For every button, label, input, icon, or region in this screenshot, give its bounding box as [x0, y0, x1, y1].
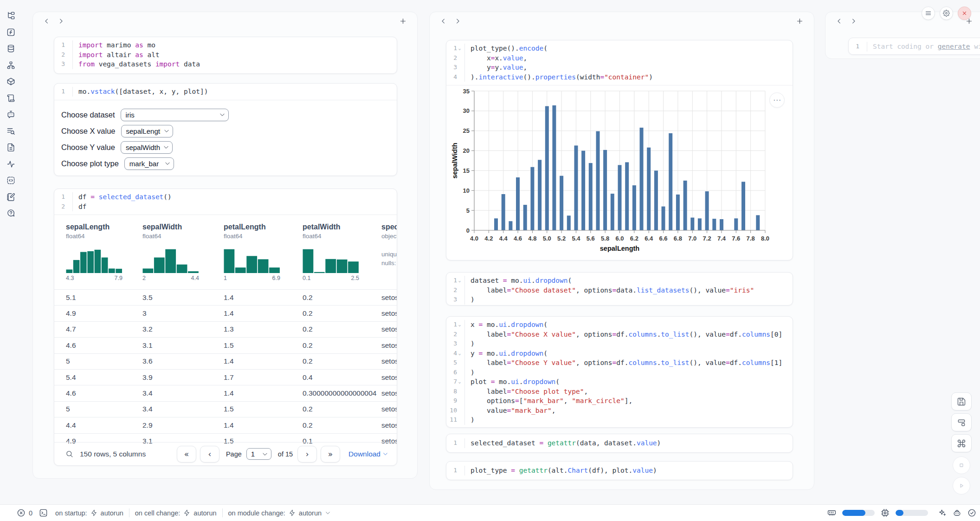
editor-placeholder[interactable]: Start coding or generate with AI — [867, 42, 980, 52]
help-bubble-icon[interactable] — [6, 209, 15, 218]
table-row[interactable]: 5.13.51.40.2setosa — [54, 289, 397, 305]
table-row[interactable]: 4.931.40.2setosa — [54, 305, 397, 321]
table-row[interactable]: 5.43.91.70.4setosa — [54, 369, 397, 385]
column-histogram[interactable] — [66, 247, 142, 273]
table-column-header[interactable]: petalLengthfloat6416.9 — [224, 222, 303, 289]
table-row[interactable]: 4.63.41.40.30000000000000004setosa — [54, 385, 397, 401]
column-histogram[interactable] — [303, 247, 381, 273]
connection-status-icon[interactable] — [967, 508, 976, 517]
table-row[interactable]: 53.61.40.2setosa — [54, 353, 397, 369]
layout-button[interactable] — [951, 413, 972, 431]
code-line[interactable]: 3) — [446, 295, 793, 305]
runtime-config-2[interactable]: on module change:autorun — [228, 509, 331, 517]
chart-menu-button[interactable]: ⋯ — [769, 92, 785, 108]
cell-dataframe[interactable]: 1df = selected_dataset()2df sepalLengthf… — [54, 189, 397, 466]
column-prev-icon[interactable] — [440, 18, 447, 25]
column-histogram[interactable] — [142, 247, 224, 273]
code-line[interactable]: 6) — [446, 368, 793, 378]
code-line[interactable]: 11) — [446, 415, 793, 425]
code-line[interactable]: 7⌄plot = mo.ui.dropdown( — [446, 377, 793, 387]
y-value-dropdown-select[interactable]: sepalWidth — [121, 141, 173, 154]
runtime-config-0[interactable]: on startup:autorun — [55, 509, 123, 517]
package-icon[interactable] — [6, 77, 15, 86]
column-prev-icon[interactable] — [43, 18, 50, 25]
keyboard-shortcuts-button[interactable] — [951, 434, 972, 452]
save-button[interactable] — [951, 392, 972, 410]
add-column-icon[interactable] — [796, 17, 804, 25]
code-line[interactable]: 4).interactive().properties(width="conta… — [446, 72, 793, 82]
code-line[interactable]: 3) — [446, 339, 793, 349]
column-next-icon[interactable] — [58, 18, 64, 25]
cell-xy-plot-dropdowns[interactable]: 1⌄x = mo.ui.dropdown(2 label="Choose X v… — [446, 316, 793, 428]
table-column-header[interactable]: speciesobjectuniquenulls: — [381, 222, 397, 289]
code-snippet-icon[interactable] — [6, 176, 15, 185]
code-line[interactable]: 2df — [54, 202, 397, 212]
download-button[interactable]: Download — [348, 450, 388, 458]
code-line[interactable]: 1plot_type = getattr(alt.Chart(df), plot… — [446, 466, 793, 475]
generate-with-ai-link[interactable]: generate — [938, 43, 970, 50]
cell-selected-dataset[interactable]: 1selected_dataset = getattr(data, datase… — [446, 434, 793, 453]
search-icon[interactable] — [65, 450, 73, 458]
code-line[interactable]: 2 label="Choose X value", options=df.col… — [446, 330, 793, 339]
runtime-config-1[interactable]: on cell change:autorun — [135, 509, 217, 517]
column-next-icon[interactable] — [454, 18, 461, 25]
network-icon[interactable] — [6, 61, 15, 70]
code-line[interactable]: 1⌄x = mo.ui.dropdown( — [446, 320, 793, 330]
copilot-icon[interactable] — [953, 508, 961, 517]
cell-imports[interactable]: 1import marimo as mo2import altair as al… — [54, 37, 397, 74]
function-square-icon[interactable] — [6, 28, 15, 37]
add-column-icon[interactable] — [399, 17, 407, 25]
column-prev-icon[interactable] — [836, 18, 843, 25]
code-line[interactable]: 1selected_dataset = getattr(data, datase… — [446, 438, 793, 448]
cell-dataset-dropdown[interactable]: 1⌄dataset = mo.ui.dropdown(2 label="Choo… — [446, 272, 793, 306]
errors-indicator[interactable]: 0 — [17, 508, 32, 517]
code-line[interactable]: 1import marimo as mo — [54, 40, 397, 50]
cell-vstack[interactable]: 1mo.vstack([dataset, x, y, plot]) Choose… — [54, 83, 397, 176]
first-page-button[interactable]: « — [177, 446, 196, 462]
file-text-icon[interactable] — [6, 143, 15, 152]
plot-type-dropdown-select[interactable]: mark_bar — [124, 157, 174, 170]
notebook-menu-button[interactable] — [922, 7, 935, 20]
cell-chart[interactable]: 1⌄plot_type().encode(2 x=x.value,3 y=y.v… — [446, 40, 793, 260]
cell-empty-placeholder[interactable]: 1 Start coding or generate with AI — [848, 38, 980, 55]
table-column-header[interactable]: sepalWidthfloat6424.4 — [142, 222, 224, 289]
database-icon[interactable] — [6, 44, 15, 53]
page-select[interactable]: 1 — [246, 448, 271, 460]
notebook-edit-icon[interactable] — [6, 193, 15, 202]
code-line[interactable]: 2 label="Choose dataset", options=data.l… — [446, 286, 793, 295]
scroll-icon[interactable] — [6, 94, 15, 103]
settings-button[interactable] — [940, 7, 953, 20]
column-histogram[interactable] — [224, 247, 303, 273]
next-page-button[interactable]: › — [297, 446, 317, 462]
terminal-icon[interactable] — [39, 508, 48, 517]
code-line[interactable]: 3from vega_datasets import data — [54, 59, 397, 69]
x-value-dropdown-select[interactable]: sepalLength — [121, 125, 173, 137]
table-row[interactable]: 4.42.91.40.2setosa — [54, 417, 397, 433]
file-tree-icon[interactable] — [6, 11, 15, 20]
table-row[interactable]: 4.73.21.30.2setosa — [54, 321, 397, 337]
ai-sparkles-icon[interactable] — [938, 508, 947, 517]
code-line[interactable]: 5 label="Choose Y value", options=df.col… — [446, 358, 793, 368]
code-line[interactable]: 8 label="Choose plot type", — [446, 387, 793, 397]
code-line[interactable]: 2 x=x.value, — [446, 53, 793, 63]
table-row[interactable]: 53.41.50.2setosa — [54, 401, 397, 417]
code-line[interactable]: 10 value="mark_bar", — [446, 406, 793, 416]
code-line[interactable]: 1⌄plot_type().encode( — [446, 44, 793, 53]
code-line[interactable]: 9 options=["mark_bar", "mark_circle"], — [446, 396, 793, 406]
dataset-dropdown-select[interactable]: iris — [121, 109, 229, 121]
code-line[interactable]: 1⌄dataset = mo.ui.dropdown( — [446, 276, 793, 286]
altair-bar-chart[interactable]: 4.04.24.44.64.85.05.25.45.65.86.06.26.46… — [451, 85, 786, 257]
table-column-header[interactable]: petalWidthfloat640.12.5 — [303, 222, 381, 289]
prev-page-button[interactable]: ‹ — [200, 446, 219, 462]
cell-plot-type[interactable]: 1plot_type = getattr(alt.Chart(df), plot… — [446, 461, 793, 480]
code-line[interactable]: 2import altair as alt — [54, 50, 397, 60]
activity-icon[interactable] — [6, 160, 15, 169]
table-row[interactable]: 4.63.11.50.2setosa — [54, 337, 397, 353]
interrupt-button[interactable] — [953, 456, 970, 474]
code-line[interactable]: 1df = selected_dataset() — [54, 192, 397, 202]
code-line[interactable]: 3 y=y.value, — [446, 63, 793, 72]
column-next-icon[interactable] — [850, 18, 857, 25]
shutdown-button[interactable] — [958, 7, 971, 20]
table-column-header[interactable]: sepalLengthfloat644.37.9 — [66, 222, 142, 289]
chat-bot-icon[interactable] — [6, 110, 15, 119]
